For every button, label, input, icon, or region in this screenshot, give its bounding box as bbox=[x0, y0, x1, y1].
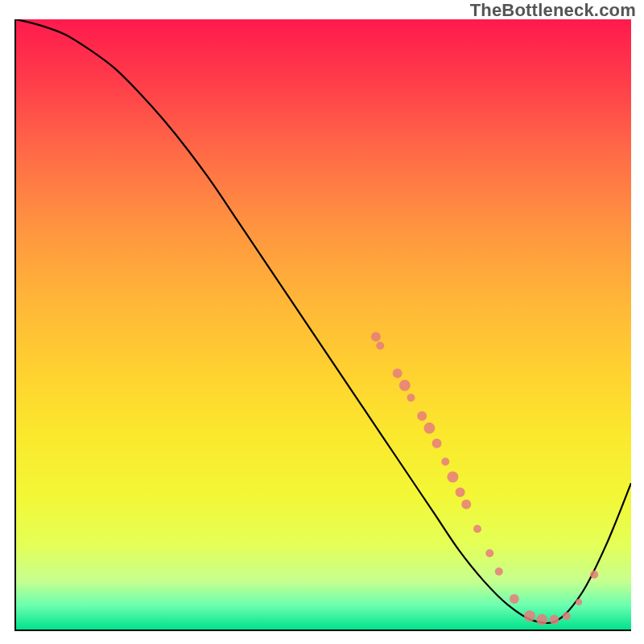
data-marker bbox=[510, 594, 519, 604]
data-marker bbox=[576, 599, 582, 605]
plot-area bbox=[14, 19, 631, 631]
data-marker bbox=[536, 614, 547, 625]
data-marker bbox=[456, 487, 465, 497]
data-marker bbox=[393, 369, 402, 378]
data-marker bbox=[441, 458, 449, 466]
data-marker bbox=[524, 610, 535, 621]
data-marker bbox=[485, 549, 493, 557]
data-marker bbox=[495, 568, 503, 576]
data-marker bbox=[399, 380, 411, 391]
data-marker bbox=[550, 615, 559, 625]
data-marker bbox=[447, 472, 458, 483]
data-marker bbox=[371, 332, 381, 341]
chart-container: TheBottleneck.com bbox=[0, 0, 644, 644]
data-marker bbox=[417, 411, 427, 421]
data-marker bbox=[461, 500, 471, 510]
watermark-text: TheBottleneck.com bbox=[470, 0, 636, 21]
data-marker bbox=[473, 525, 481, 533]
data-marker bbox=[376, 342, 384, 350]
curve-svg bbox=[16, 19, 631, 630]
data-marker bbox=[590, 571, 598, 579]
data-marker bbox=[407, 394, 415, 402]
bottleneck-curve bbox=[16, 19, 631, 623]
data-marker bbox=[563, 612, 571, 620]
data-marker bbox=[423, 423, 435, 434]
data-marker bbox=[432, 439, 442, 448]
